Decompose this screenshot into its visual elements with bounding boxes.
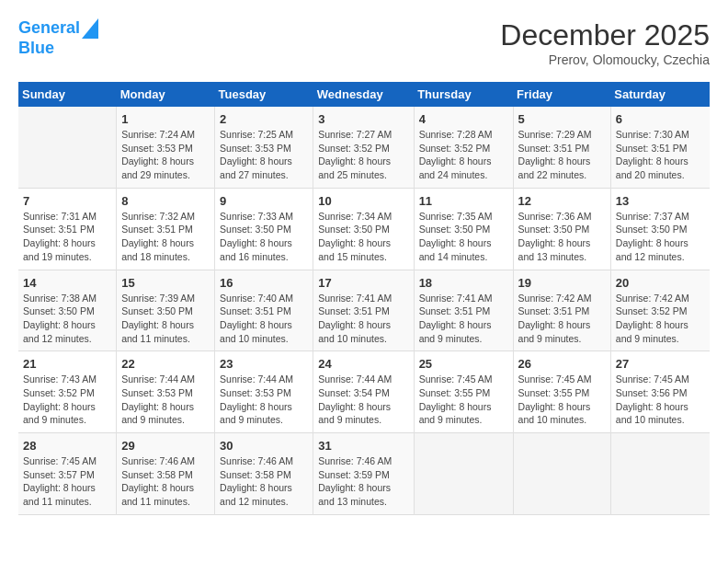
day-info: Sunrise: 7:40 AM Sunset: 3:51 PM Dayligh… [220,292,308,346]
day-info: Sunrise: 7:38 AM Sunset: 3:50 PM Dayligh… [23,292,111,346]
day-info: Sunrise: 7:42 AM Sunset: 3:52 PM Dayligh… [616,292,705,346]
calendar-cell: 5Sunrise: 7:29 AM Sunset: 3:51 PM Daylig… [513,107,610,188]
day-number: 8 [121,194,210,208]
calendar-cell [610,433,710,515]
calendar-cell [18,107,117,188]
calendar-cell: 24Sunrise: 7:44 AM Sunset: 3:54 PM Dayli… [313,351,414,433]
calendar-cell: 1Sunrise: 7:24 AM Sunset: 3:53 PM Daylig… [117,107,215,188]
calendar-cell: 3Sunrise: 7:27 AM Sunset: 3:52 PM Daylig… [313,107,414,188]
day-info: Sunrise: 7:45 AM Sunset: 3:57 PM Dayligh… [23,454,111,509]
day-number: 21 [23,357,111,371]
calendar-table: SundayMondayTuesdayWednesdayThursdayFrid… [18,82,710,515]
day-info: Sunrise: 7:41 AM Sunset: 3:51 PM Dayligh… [419,292,508,346]
day-info: Sunrise: 7:28 AM Sunset: 3:52 PM Dayligh… [419,128,508,182]
calendar-cell: 4Sunrise: 7:28 AM Sunset: 3:52 PM Daylig… [414,107,513,188]
day-number: 6 [616,112,705,126]
day-number: 27 [616,357,705,371]
calendar-cell: 13Sunrise: 7:37 AM Sunset: 3:50 PM Dayli… [610,188,710,270]
week-row-3: 14Sunrise: 7:38 AM Sunset: 3:50 PM Dayli… [18,270,710,351]
day-number: 9 [220,194,308,208]
day-info: Sunrise: 7:33 AM Sunset: 3:50 PM Dayligh… [220,210,308,264]
week-row-5: 28Sunrise: 7:45 AM Sunset: 3:57 PM Dayli… [18,433,710,515]
day-number: 12 [518,194,606,208]
day-number: 11 [419,194,508,208]
calendar-cell: 18Sunrise: 7:41 AM Sunset: 3:51 PM Dayli… [414,270,513,351]
day-info: Sunrise: 7:34 AM Sunset: 3:50 PM Dayligh… [318,210,408,264]
day-info: Sunrise: 7:24 AM Sunset: 3:53 PM Dayligh… [121,128,210,182]
day-number: 14 [23,276,111,290]
calendar-cell: 12Sunrise: 7:36 AM Sunset: 3:50 PM Dayli… [513,188,610,270]
calendar-cell: 22Sunrise: 7:44 AM Sunset: 3:53 PM Dayli… [117,351,215,433]
page-header: General Blue December 2025 Prerov, Olomo… [18,18,710,67]
day-info: Sunrise: 7:46 AM Sunset: 3:59 PM Dayligh… [318,454,408,509]
week-row-4: 21Sunrise: 7:43 AM Sunset: 3:52 PM Dayli… [18,351,710,433]
day-info: Sunrise: 7:46 AM Sunset: 3:58 PM Dayligh… [121,454,210,509]
column-header-sunday: Sunday [18,82,117,107]
day-info: Sunrise: 7:44 AM Sunset: 3:54 PM Dayligh… [318,373,408,427]
week-row-2: 7Sunrise: 7:31 AM Sunset: 3:51 PM Daylig… [18,188,710,270]
day-number: 4 [419,112,508,126]
calendar-cell: 25Sunrise: 7:45 AM Sunset: 3:55 PM Dayli… [414,351,513,433]
day-number: 5 [518,112,606,126]
day-number: 15 [121,276,210,290]
day-number: 18 [419,276,508,290]
calendar-cell: 9Sunrise: 7:33 AM Sunset: 3:50 PM Daylig… [215,188,313,270]
day-number: 7 [23,194,111,208]
day-number: 3 [318,112,408,126]
calendar-cell: 17Sunrise: 7:41 AM Sunset: 3:51 PM Dayli… [313,270,414,351]
week-row-1: 1Sunrise: 7:24 AM Sunset: 3:53 PM Daylig… [18,107,710,188]
day-number: 17 [318,276,408,290]
day-number: 30 [220,439,308,453]
day-number: 10 [318,194,408,208]
calendar-cell: 6Sunrise: 7:30 AM Sunset: 3:51 PM Daylig… [610,107,710,188]
column-header-saturday: Saturday [610,82,710,107]
day-number: 23 [220,357,308,371]
day-info: Sunrise: 7:45 AM Sunset: 3:55 PM Dayligh… [419,373,508,427]
calendar-cell [414,433,513,515]
day-info: Sunrise: 7:29 AM Sunset: 3:51 PM Dayligh… [518,128,606,182]
calendar-cell: 20Sunrise: 7:42 AM Sunset: 3:52 PM Dayli… [610,270,710,351]
day-number: 1 [121,112,210,126]
logo-text-general: General [18,18,80,39]
day-info: Sunrise: 7:36 AM Sunset: 3:50 PM Dayligh… [518,210,606,264]
column-header-friday: Friday [513,82,610,107]
day-info: Sunrise: 7:39 AM Sunset: 3:50 PM Dayligh… [121,292,210,346]
calendar-cell: 21Sunrise: 7:43 AM Sunset: 3:52 PM Dayli… [18,351,117,433]
column-header-thursday: Thursday [414,82,513,107]
calendar-cell: 19Sunrise: 7:42 AM Sunset: 3:51 PM Dayli… [513,270,610,351]
calendar-cell: 14Sunrise: 7:38 AM Sunset: 3:50 PM Dayli… [18,270,117,351]
day-info: Sunrise: 7:30 AM Sunset: 3:51 PM Dayligh… [616,128,705,182]
calendar-cell: 29Sunrise: 7:46 AM Sunset: 3:58 PM Dayli… [117,433,215,515]
calendar-cell: 27Sunrise: 7:45 AM Sunset: 3:56 PM Dayli… [610,351,710,433]
day-info: Sunrise: 7:44 AM Sunset: 3:53 PM Dayligh… [220,373,308,427]
day-info: Sunrise: 7:25 AM Sunset: 3:53 PM Dayligh… [220,128,308,182]
calendar-cell: 2Sunrise: 7:25 AM Sunset: 3:53 PM Daylig… [215,107,313,188]
day-number: 2 [220,112,308,126]
day-number: 26 [518,357,606,371]
calendar-cell: 7Sunrise: 7:31 AM Sunset: 3:51 PM Daylig… [18,188,117,270]
calendar-cell: 31Sunrise: 7:46 AM Sunset: 3:59 PM Dayli… [313,433,414,515]
title-block: December 2025 Prerov, Olomoucky, Czechia [500,18,710,67]
day-info: Sunrise: 7:42 AM Sunset: 3:51 PM Dayligh… [518,292,606,346]
month-title: December 2025 [500,18,710,52]
svg-marker-0 [82,18,98,39]
day-number: 22 [121,357,210,371]
day-number: 24 [318,357,408,371]
day-number: 31 [318,439,408,453]
day-number: 29 [121,439,210,453]
calendar-cell: 28Sunrise: 7:45 AM Sunset: 3:57 PM Dayli… [18,433,117,515]
day-info: Sunrise: 7:37 AM Sunset: 3:50 PM Dayligh… [616,210,705,264]
location: Prerov, Olomoucky, Czechia [500,52,710,67]
column-header-wednesday: Wednesday [313,82,414,107]
column-header-tuesday: Tuesday [215,82,313,107]
day-info: Sunrise: 7:45 AM Sunset: 3:56 PM Dayligh… [616,373,705,427]
calendar-cell: 15Sunrise: 7:39 AM Sunset: 3:50 PM Dayli… [117,270,215,351]
calendar-cell: 10Sunrise: 7:34 AM Sunset: 3:50 PM Dayli… [313,188,414,270]
day-info: Sunrise: 7:31 AM Sunset: 3:51 PM Dayligh… [23,210,111,264]
calendar-header-row: SundayMondayTuesdayWednesdayThursdayFrid… [18,82,710,107]
calendar-cell [513,433,610,515]
day-number: 13 [616,194,705,208]
day-number: 19 [518,276,606,290]
column-header-monday: Monday [117,82,215,107]
logo-text-blue: Blue [18,39,54,59]
